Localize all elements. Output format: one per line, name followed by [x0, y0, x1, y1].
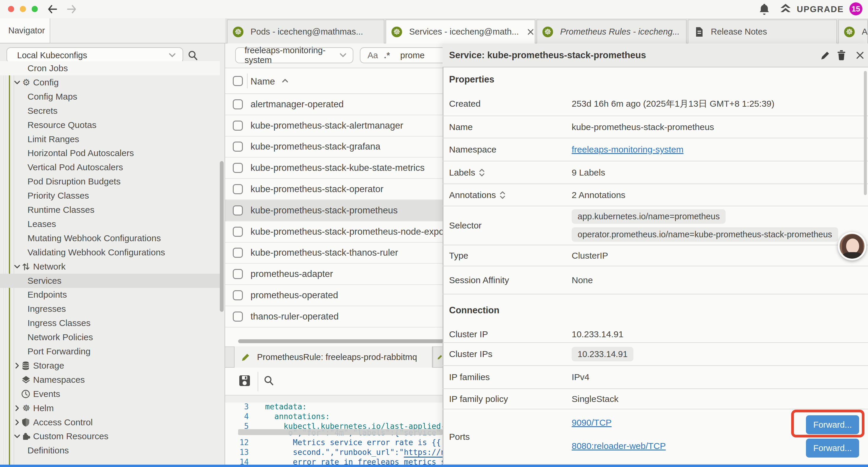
table-row[interactable]: kube-prometheus-stack-kube-state-metrics — [225, 157, 442, 179]
upgrade-button[interactable]: UPGRADE — [797, 0, 844, 18]
editor-search-icon[interactable] — [263, 375, 275, 387]
close-tab-button[interactable] — [527, 28, 534, 35]
close-window-button[interactable] — [8, 6, 14, 12]
kubeconfig-select[interactable]: Local Kubeconfigs — [6, 47, 183, 63]
sidebar-item-resource-quotas[interactable]: Resource Quotas — [0, 118, 220, 132]
edit-button[interactable] — [820, 50, 830, 60]
column-header-name[interactable]: Name — [251, 76, 275, 87]
tab-pods[interactable]: ☸Pods - icecheng@mathmas... — [227, 20, 384, 43]
sidebar-item-network[interactable]: Network — [0, 260, 220, 274]
sidebar-search-icon[interactable] — [187, 50, 199, 61]
editor-tab-2[interactable] — [433, 346, 442, 368]
tab-prometheus[interactable]: ☸Prometheus Rules - icecheng... — [536, 20, 687, 43]
table-row[interactable]: kube-prometheus-stack-operator — [225, 179, 442, 200]
save-icon[interactable] — [238, 374, 251, 387]
sidebar-scrollbar[interactable] — [220, 161, 224, 312]
sidebar-item-ingresses[interactable]: Ingresses — [0, 302, 220, 316]
tab-release[interactable]: Release Notes — [688, 20, 837, 43]
sidebar-item-leases[interactable]: Leases — [0, 217, 220, 231]
sidebar-item-ingress-classes[interactable]: Ingress Classes — [0, 316, 220, 330]
sidebar-item-horizontal-pod-autoscalers[interactable]: Horizontal Pod Autoscalers — [0, 146, 220, 160]
table-row[interactable]: thanos-ruler-operated — [225, 306, 442, 327]
table-row[interactable]: kube-prometheus-stack-prometheus — [225, 200, 442, 222]
table-row[interactable]: kube-prometheus-stack-prometheus-node-ex… — [225, 222, 442, 243]
row-checkbox[interactable] — [233, 142, 243, 152]
row-checkbox[interactable] — [233, 227, 243, 237]
sidebar-item-namespaces[interactable]: Namespaces — [0, 373, 220, 387]
port-link[interactable]: 8080:reloader-web/TCP — [572, 441, 666, 451]
sidebar-item-mutating-webhook-configurations[interactable]: Mutating Webhook Configurations — [0, 231, 220, 245]
sidebar-item-access-control[interactable]: Access Control — [0, 415, 220, 430]
sidebar-item-custom-resources[interactable]: Custom Resources — [0, 429, 220, 443]
regex-toggle[interactable]: .* — [384, 51, 390, 60]
row-checkbox[interactable] — [233, 163, 243, 173]
sidebar-item-port-forwarding[interactable]: Port Forwarding — [0, 344, 220, 358]
sidebar-item-priority-classes[interactable]: Priority Classes — [0, 188, 220, 203]
select-all-checkbox[interactable] — [233, 76, 243, 86]
row-checkbox[interactable] — [233, 312, 243, 322]
sidebar-item-events[interactable]: Events — [0, 387, 220, 401]
sidebar-item-config-maps[interactable]: Config Maps — [0, 90, 220, 104]
editor-inline-scrollbar[interactable] — [238, 429, 442, 435]
close-panel-button[interactable] — [856, 51, 864, 60]
row-checkbox[interactable] — [233, 184, 243, 194]
notification-badge[interactable]: 15 — [849, 2, 862, 16]
sort-updown-icon[interactable] — [478, 168, 485, 177]
sidebar-item-runtime-classes[interactable]: Runtime Classes — [0, 203, 220, 217]
chevron-down-icon[interactable] — [13, 78, 21, 87]
chevron-right-icon[interactable] — [13, 361, 21, 370]
sidebar-item-vertical-pod-autoscalers[interactable]: Vertical Pod Autoscalers — [0, 160, 220, 174]
sort-updown-icon[interactable] — [499, 191, 506, 200]
table-row[interactable]: kube-prometheus-stack-alertmanager — [225, 115, 442, 137]
sidebar-item-definitions[interactable]: Definitions — [0, 443, 220, 458]
avatar[interactable] — [838, 232, 866, 260]
row-checkbox[interactable] — [233, 205, 243, 215]
tab-argo[interactable]: ☸Argo Se — [838, 20, 868, 43]
match-case-toggle[interactable]: Aa — [368, 51, 378, 60]
sidebar-item-limit-ranges[interactable]: Limit Ranges — [0, 132, 220, 146]
row-checkbox[interactable] — [233, 290, 243, 300]
row-checkbox[interactable] — [233, 248, 243, 258]
chevron-down-icon[interactable] — [13, 262, 21, 271]
sidebar-item-helm[interactable]: ☸Helm — [0, 401, 220, 415]
table-row[interactable]: kube-prometheus-stack-thanos-ruler — [225, 243, 442, 264]
table-row[interactable]: kube-prometheus-stack-grafana — [225, 137, 442, 158]
sidebar-item-services[interactable]: Services — [0, 274, 220, 288]
chevron-right-icon[interactable] — [13, 404, 21, 412]
minimize-window-button[interactable] — [20, 6, 26, 12]
table-row[interactable]: prometheus-operated — [225, 285, 442, 306]
chevron-right-icon[interactable] — [13, 418, 21, 427]
namespace-select[interactable]: freeleaps-monitoring-system — [235, 47, 353, 63]
sidebar-item-validating-webhook-configurations[interactable]: Validating Webhook Configurations — [0, 245, 220, 260]
upgrade-icon[interactable] — [779, 3, 792, 15]
bell-icon[interactable] — [758, 3, 770, 16]
chevron-down-icon[interactable] — [13, 432, 21, 440]
tab-services[interactable]: ☸Services - icecheng@math... — [385, 20, 535, 43]
sidebar-item-config[interactable]: ⚙Config — [0, 76, 220, 90]
sidebar-item-storage[interactable]: Storage — [0, 358, 220, 373]
port-link[interactable]: 9090/TCP — [572, 418, 612, 428]
row-checkbox[interactable] — [233, 269, 243, 279]
filter-input[interactable]: Aa .* prome — [360, 47, 442, 63]
forward-button[interactable] — [66, 4, 78, 14]
sidebar-item-cron-jobs[interactable]: Cron Jobs — [0, 61, 220, 76]
namespace-link[interactable]: freeleaps-monitoring-system — [572, 145, 683, 154]
sort-ascending-icon[interactable] — [281, 78, 289, 84]
maximize-window-button[interactable] — [32, 6, 38, 12]
tab-navigator[interactable]: Navigator — [0, 18, 50, 43]
sidebar-item-secrets[interactable]: Secrets — [0, 104, 220, 118]
table-row[interactable]: prometheus-adapter — [225, 264, 442, 285]
sidebar-item-endpoints[interactable]: Endpoints — [0, 288, 220, 302]
horizontal-scrollbar[interactable] — [238, 339, 445, 343]
panel-scrollbar[interactable] — [864, 71, 867, 195]
delete-button[interactable] — [836, 50, 847, 61]
sidebar-item-pod-disruption-budgets[interactable]: Pod Disruption Budgets — [0, 174, 220, 188]
forward-button[interactable]: Forward... — [806, 439, 859, 458]
row-checkbox[interactable] — [233, 121, 243, 130]
editor-tab-prometheusrule[interactable]: PrometheusRule: freeleaps-prod-rabbitmq — [234, 346, 433, 368]
table-row[interactable]: alertmanager-operated — [225, 94, 442, 115]
sidebar-item-network-policies[interactable]: Network Policies — [0, 330, 220, 344]
back-button[interactable] — [47, 4, 59, 14]
updown-icon — [21, 262, 31, 271]
row-checkbox[interactable] — [233, 99, 243, 109]
